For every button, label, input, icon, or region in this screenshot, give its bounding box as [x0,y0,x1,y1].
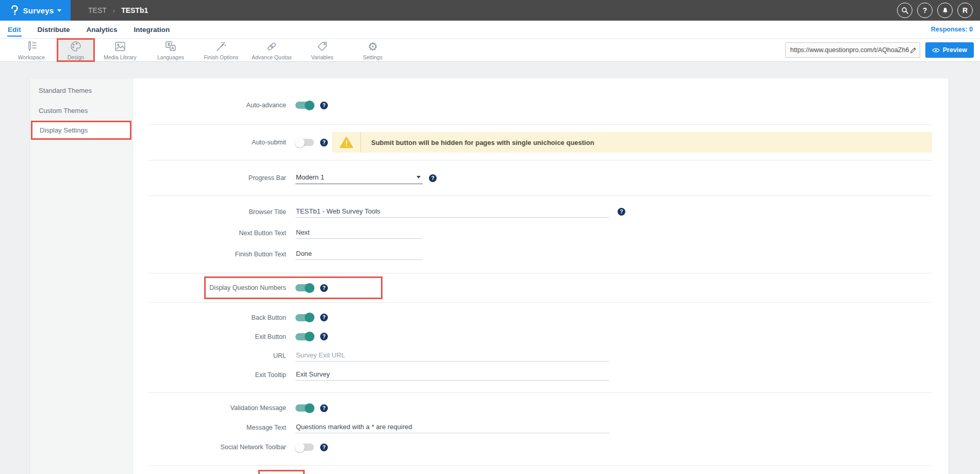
warning-triangle-icon [332,132,361,153]
help-icon[interactable]: ? [320,404,328,412]
surveys-menu[interactable]: Surveys [0,0,71,21]
help-icon[interactable]: ? [320,102,328,109]
edit-pencil-icon[interactable] [910,47,917,54]
tabbar: Edit Distribute Analytics Integration Re… [0,21,980,38]
progress-bar-select[interactable]: Modern 1 [295,172,423,184]
help-icon[interactable]: ? [429,174,437,182]
auto-advance-toggle[interactable] [295,102,314,109]
questionpro-logo [9,5,20,16]
toolbar-item-design[interactable]: Design [57,38,95,62]
toolbar-item-media-library[interactable]: Media Library [95,38,145,62]
settings-icon: ⚙ [368,40,378,53]
chevron-down-icon [417,176,421,178]
topbar: Surveys TEST › TESTb1 ? R [0,0,980,21]
main-area: Standard Themes Custom Themes Display Se… [0,62,980,474]
back-button-toggle[interactable] [295,314,314,321]
toolbar-item-languages[interactable]: Languages [145,38,196,62]
responses-count[interactable]: Responses: 0 [931,26,973,33]
finish-options-icon [215,40,227,53]
finish-button-text-row: Finish Button Text [133,243,949,265]
sidebar-item-custom-themes[interactable]: Custom Themes [30,101,132,121]
auto-submit-label: Auto-submit [133,139,295,146]
help-icon[interactable]: ? [320,333,328,340]
survey-url-input[interactable] [790,46,910,54]
chevron-down-icon [57,9,61,12]
display-settings-form: Auto-advance ? Auto-submit ? [133,78,949,474]
help-icon[interactable]: ? [618,208,625,216]
toolbar-item-variables[interactable]: Variables [297,38,347,62]
finish-button-text-label: Finish Button Text [133,251,295,258]
message-text-input[interactable] [295,422,609,433]
toolbar-item-workspace[interactable]: Workspace [6,38,57,62]
browser-title-label: Browser Title [133,208,295,216]
exit-url-input[interactable] [295,350,609,362]
exit-tooltip-label: Exit Tooltip [133,371,295,379]
tab-integration[interactable]: Integration [134,23,171,37]
tab-edit[interactable]: Edit [7,23,22,37]
finish-button-text-input[interactable] [295,249,423,260]
tab-analytics[interactable]: Analytics [86,23,118,37]
help-icon[interactable]: ? [320,284,328,292]
variables-icon [316,40,328,53]
auto-submit-warning: Submit button will be hidden for pages w… [332,132,932,153]
validation-message-row: Validation Message ? [133,398,949,418]
media-library-icon [114,40,126,53]
breadcrumb-current: TESTb1 [121,6,148,14]
design-icon [70,40,82,53]
topbar-icons: ? R [897,3,973,18]
browser-title-input[interactable] [295,206,609,218]
exit-tooltip-input[interactable] [295,369,609,381]
toolbar-right: Preview [785,42,974,58]
validation-message-label: Validation Message [133,404,295,412]
exit-url-label: URL [133,352,295,359]
next-button-text-label: Next Button Text [133,230,295,237]
message-text-row: Message Text [133,418,949,437]
avatar[interactable]: R [957,3,973,18]
design-settings-card: Standard Themes Custom Themes Display Se… [30,78,949,474]
design-sidebar: Standard Themes Custom Themes Display Se… [30,78,133,474]
search-icon[interactable] [897,3,912,18]
highlight-box: Save [258,470,305,474]
auto-submit-toggle[interactable] [295,139,314,146]
browser-title-row: Browser Title ? [133,201,949,222]
social-network-toolbar-row: Social Network Toolbar ? [133,437,949,457]
progress-bar-row: Progress Bar Modern 1 ? [133,169,949,187]
breadcrumb-parent[interactable]: TEST [88,6,107,14]
toolbar-item-settings[interactable]: ⚙ Settings [347,38,398,62]
display-question-numbers-toggle[interactable] [295,284,314,291]
sidebar-item-standard-themes[interactable]: Standard Themes [30,80,132,101]
advance-quotas-icon [265,40,278,53]
back-button-row: Back Button ? [133,308,949,327]
exit-button-row: Exit Button ? [133,327,949,346]
progress-bar-label: Progress Bar [133,174,295,182]
breadcrumb: TEST › TESTb1 [88,6,148,14]
display-question-numbers-label: Display Question Numbers [133,284,295,291]
surveys-menu-label: Surveys [23,6,54,15]
exit-url-row: URL [133,346,949,365]
warning-text: Submit button will be hidden for pages w… [361,132,594,153]
help-icon[interactable]: ? [320,139,328,146]
display-question-numbers-row: Display Question Numbers ? [133,279,949,297]
breadcrumb-separator-icon: › [113,7,115,14]
exit-button-toggle[interactable] [295,333,314,340]
tab-distribute[interactable]: Distribute [37,23,71,37]
auto-advance-row: Auto-advance ? [133,97,949,113]
validation-message-toggle[interactable] [295,404,314,412]
toolbar-item-finish-options[interactable]: Finish Options [196,38,246,62]
auto-advance-label: Auto-advance [133,102,295,109]
help-icon[interactable]: ? [320,444,328,451]
sidebar-item-display-settings[interactable]: Display Settings [31,121,131,140]
next-button-text-input[interactable] [295,227,423,239]
help-icon[interactable]: ? [917,3,933,18]
toolbar-item-advance-quotas[interactable]: Advance Quotas [246,38,297,62]
social-network-toolbar-toggle[interactable] [295,444,314,451]
survey-url-box [785,42,920,58]
social-network-toolbar-label: Social Network Toolbar [133,444,295,451]
workspace-icon [25,40,38,53]
exit-tooltip-row: Exit Tooltip [133,365,949,384]
back-button-label: Back Button [133,314,295,321]
help-icon[interactable]: ? [320,314,328,321]
bell-icon[interactable] [937,3,953,18]
preview-button[interactable]: Preview [925,42,974,58]
exit-button-label: Exit Button [133,333,295,340]
